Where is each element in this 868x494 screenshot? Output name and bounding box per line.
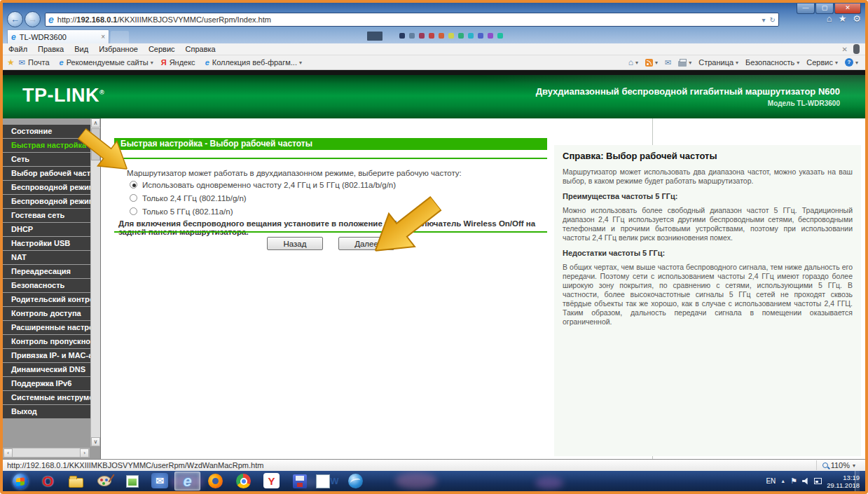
menu-edit[interactable]: Правка — [38, 45, 64, 53]
sidebar-horizontal-scrollbar[interactable]: ‹ › — [3, 448, 90, 458]
image-viewer-icon[interactable] — [119, 472, 145, 490]
sidebar-item-dhcp[interactable]: DHCP — [3, 223, 91, 236]
show-hidden-icons[interactable]: ▲ — [780, 479, 785, 483]
command-service[interactable]: Сервис▾ — [806, 58, 838, 67]
globe-app-icon[interactable] — [343, 472, 368, 490]
tab-close-icon[interactable]: × — [101, 33, 105, 41]
sidebar-item-network[interactable]: Сеть — [3, 153, 91, 166]
decor-dot — [468, 33, 474, 39]
favorite-suggested-sites[interactable]: e Рекомендуемые сайты ▾ — [60, 58, 153, 67]
menu-help[interactable]: Справка — [186, 45, 216, 53]
gear-icon[interactable]: ⚙ — [853, 13, 861, 24]
status-bar: http://192.168.0.1/KKXIIIMKBJOSVYMMC/use… — [3, 459, 865, 471]
action-center-flag-icon[interactable]: ⚑ — [790, 476, 797, 486]
back-step-button[interactable]: Назад — [267, 237, 323, 250]
refresh-icon[interactable]: ↻ — [770, 16, 776, 24]
decor-dot — [488, 33, 493, 39]
radio-dual-band[interactable]: Использовать одновременно частоту 2,4 ГГ… — [130, 178, 396, 191]
internet-explorer-icon[interactable]: e — [174, 472, 200, 490]
radio-24-only[interactable]: Только 2,4 ГГц (802.11b/g/n) — [130, 191, 396, 205]
sidebar-item-logout[interactable]: Выход — [3, 405, 91, 418]
sidebar-item-wireless-24[interactable]: Беспроводной режим - 2,4 ГГц — [3, 181, 91, 194]
tp-link-logo: TP-LINK® — [22, 85, 104, 107]
system-tray: EN ▲ ⚑ 13:1929.11.2018 — [766, 471, 860, 491]
command-security[interactable]: Безопасность▾ — [745, 58, 799, 67]
favorite-web-slices[interactable]: e Коллекция веб-фрагм... ▾ — [205, 58, 302, 67]
help-menu-button[interactable]: ?▾ — [845, 58, 858, 67]
show-desktop-button[interactable] — [855, 471, 860, 491]
autocomplete-caret-icon[interactable]: ▾ — [762, 16, 766, 24]
new-tab-button[interactable] — [111, 31, 129, 43]
add-favorite-icon[interactable]: ★ — [7, 57, 15, 67]
home-menu-button[interactable]: ⌂▾ — [628, 57, 638, 67]
sidebar-item-system-tools[interactable]: Системные инструменты — [3, 391, 91, 404]
radio-icon[interactable] — [130, 207, 137, 215]
screenshot-frame: — ▢ ✕ ← → e http://192.168.0.1/KKXIIIMKB… — [0, 0, 868, 494]
favorite-mail[interactable]: ✉ Почта — [19, 58, 52, 67]
mail-app-icon[interactable]: ✉ — [151, 473, 168, 488]
rss-feeds-button[interactable]: ▾ — [645, 59, 658, 67]
sidebar-item-ip-mac-binding[interactable]: Привязка IP- и MAC-адресов — [3, 349, 91, 362]
scroll-down-icon[interactable]: ∨ — [91, 437, 100, 446]
chevron-down-icon: ▾ — [151, 60, 153, 66]
speaker-icon[interactable] — [802, 478, 809, 485]
command-page[interactable]: Страница▾ — [698, 58, 738, 67]
word-icon[interactable]: W — [315, 472, 340, 490]
firefox-icon[interactable] — [202, 472, 228, 490]
zoom-control[interactable]: 110% ▾ — [816, 460, 855, 470]
home-icon[interactable]: ⌂ — [827, 13, 832, 24]
menu-view[interactable]: Вид — [74, 45, 88, 53]
sidebar-item-ipv6[interactable]: Поддержка IPv6 — [3, 377, 91, 390]
favorites-star-icon[interactable]: ★ — [839, 13, 847, 24]
paint-icon[interactable] — [91, 472, 117, 490]
sidebar-item-status[interactable]: Состояние — [3, 125, 91, 138]
menu-service[interactable]: Сервис — [149, 45, 175, 53]
sidebar-item-bandwidth-control[interactable]: Контроль пропускной способности — [3, 335, 91, 348]
tab-tl-wdr3600[interactable]: e TL-WDR3600 × — [7, 29, 109, 43]
sidebar-item-usb-settings[interactable]: Настройки USB — [3, 237, 91, 250]
media-app-icon[interactable] — [287, 472, 312, 490]
sidebar-item-wireless-5[interactable]: Беспроводной режим - 5 ГГц — [3, 195, 91, 208]
radio-icon[interactable] — [130, 194, 137, 202]
print-button[interactable]: ▾ — [678, 59, 691, 67]
read-mail-button[interactable]: ✉ — [665, 58, 671, 67]
back-button[interactable]: ← — [7, 11, 23, 27]
decor-dot — [448, 33, 454, 39]
sidebar-item-access-control[interactable]: Контроль доступа — [3, 307, 91, 320]
sidebar-item-forwarding[interactable]: Переадресация — [3, 265, 91, 278]
sidebar-item-dynamic-dns[interactable]: Динамический DNS — [3, 363, 91, 376]
decor-dot — [419, 33, 425, 39]
menu-favorites[interactable]: Избранное — [99, 45, 138, 53]
favorite-icon: e — [60, 58, 64, 67]
sidebar-item-parental-control[interactable]: Родительский контроль — [3, 293, 91, 306]
sidebar-item-guest-network[interactable]: Гостевая сеть — [3, 209, 91, 222]
sidebar-item-advanced-routing[interactable]: Расширенные настройки — [3, 321, 91, 334]
decor-dot — [497, 33, 503, 39]
chevron-down-icon[interactable]: ▾ — [853, 462, 855, 469]
menu-file[interactable]: Файл — [8, 45, 27, 53]
scroll-left-icon[interactable]: ‹ — [4, 448, 13, 458]
radio-5-only[interactable]: Только 5 ГГц (802.11a/n) — [130, 205, 396, 218]
forward-button[interactable]: → — [25, 11, 41, 27]
tab-title: TL-WDR3600 — [20, 33, 67, 41]
address-bar[interactable]: e http://192.168.0.1/KKXIIIMKBJOSVYMMC/u… — [45, 13, 779, 27]
start-button[interactable] — [7, 472, 33, 490]
page-top-strip — [3, 70, 865, 75]
sidebar-item-nat[interactable]: NAT — [3, 251, 91, 264]
sidebar-item-band-selection[interactable]: Выбор рабочей частоты — [3, 167, 91, 180]
feedback-icon[interactable] — [853, 44, 860, 54]
yandex-browser-icon[interactable]: Y — [263, 473, 280, 488]
close-bar-icon[interactable]: ✕ — [842, 46, 848, 53]
chrome-icon[interactable] — [230, 472, 256, 490]
language-indicator[interactable]: EN — [766, 477, 776, 485]
scroll-right-icon[interactable]: › — [80, 448, 89, 458]
favorite-icon: e — [205, 58, 209, 67]
background-window-decor — [367, 32, 383, 41]
radio-icon[interactable] — [130, 181, 137, 188]
sidebar-item-security[interactable]: Безопасность — [3, 279, 91, 292]
opera-icon[interactable]: O — [35, 472, 61, 490]
favorite-yandex[interactable]: Я Яндекс — [161, 58, 198, 67]
help-paragraph: Преимущества частоты 5 ГГц: — [563, 192, 853, 201]
network-icon[interactable] — [814, 478, 822, 484]
explorer-icon[interactable] — [63, 472, 89, 490]
